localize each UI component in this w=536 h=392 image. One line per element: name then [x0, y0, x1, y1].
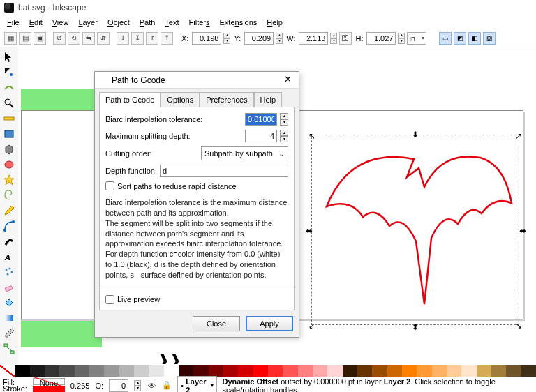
color-swatch[interactable] — [387, 365, 402, 377]
menu-help[interactable]: Help — [262, 17, 287, 28]
color-swatch[interactable] — [268, 365, 283, 377]
color-swatch[interactable] — [238, 365, 253, 377]
node-tool-icon[interactable] — [1, 66, 17, 80]
color-swatch[interactable] — [447, 365, 461, 377]
dialog-titlebar[interactable]: Path to Gcode ✕ — [95, 72, 299, 89]
scale-handle-icon[interactable]: ↙ — [308, 322, 316, 330]
color-swatch[interactable] — [506, 365, 521, 377]
menu-text[interactable]: Text — [161, 17, 183, 28]
lock-aspect-icon[interactable]: ⚿ — [339, 32, 352, 45]
tab-help[interactable]: Help — [254, 92, 283, 107]
calligraphy-tool-icon[interactable] — [1, 234, 17, 248]
affect-pattern-icon[interactable]: ▨ — [483, 32, 496, 45]
layer-selector[interactable]: • Layer 2 — [177, 376, 216, 393]
color-swatch[interactable] — [298, 365, 313, 377]
color-swatch[interactable] — [357, 365, 372, 377]
color-swatch[interactable] — [134, 365, 149, 377]
h-input[interactable] — [366, 32, 396, 45]
color-swatch[interactable] — [164, 365, 179, 377]
scale-handle-icon[interactable]: ⬍ — [411, 323, 419, 331]
color-swatch[interactable] — [283, 365, 297, 377]
color-swatch[interactable] — [343, 365, 357, 377]
y-input[interactable] — [244, 32, 274, 45]
tb-flip-v-icon[interactable]: ⇵ — [97, 32, 110, 45]
text-tool-icon[interactable]: A — [1, 250, 17, 264]
rect-tool-icon[interactable] — [1, 127, 17, 141]
color-swatch[interactable] — [372, 365, 387, 377]
menu-path[interactable]: Path — [135, 17, 160, 28]
tweak-tool-icon[interactable] — [1, 81, 17, 95]
w-spinner[interactable]: ▴▾ — [330, 33, 337, 44]
selector-tool-icon[interactable] — [1, 50, 17, 64]
eraser-tool-icon[interactable] — [1, 280, 17, 294]
tab-path-to-gcode[interactable]: Path to Gcode — [99, 92, 161, 107]
x-input[interactable] — [192, 32, 221, 45]
color-swatch[interactable] — [149, 365, 163, 377]
color-swatch[interactable] — [104, 365, 119, 377]
biarc-spinner[interactable]: ▴▾ — [280, 113, 288, 126]
color-swatch[interactable] — [327, 365, 342, 377]
opacity-input[interactable] — [109, 379, 128, 392]
tb-select-all-icon[interactable]: ▦ — [4, 32, 17, 45]
x-spinner[interactable]: ▴▾ — [223, 33, 230, 44]
apply-button[interactable]: Apply — [246, 316, 293, 331]
scale-handle-icon[interactable]: ↘ — [514, 322, 523, 330]
color-swatch[interactable] — [417, 365, 431, 377]
layer-lock-icon[interactable]: 🔓 — [162, 380, 172, 391]
color-swatch[interactable] — [59, 365, 74, 377]
bucket-tool-icon[interactable] — [1, 296, 17, 310]
close-icon[interactable]: ✕ — [281, 74, 295, 86]
splitting-depth-input[interactable] — [245, 130, 277, 142]
color-swatch[interactable] — [402, 365, 417, 377]
scale-handle-icon[interactable]: ⬍ — [411, 130, 419, 139]
star-tool-icon[interactable] — [1, 173, 17, 187]
color-swatch[interactable] — [477, 365, 491, 377]
scale-handle-icon[interactable]: ⬌ — [519, 227, 527, 235]
scale-handle-icon[interactable]: ↖ — [308, 132, 316, 140]
cutting-order-select[interactable]: Subpath by subpath — [201, 146, 288, 160]
bezier-tool-icon[interactable] — [1, 219, 17, 233]
color-swatch[interactable] — [223, 365, 238, 377]
scale-handle-icon[interactable]: ↗ — [514, 132, 523, 140]
fill-indicator[interactable]: None — [33, 378, 65, 385]
spray-tool-icon[interactable] — [1, 265, 17, 279]
menu-layer[interactable]: Layer — [74, 17, 102, 28]
depth-spinner[interactable]: ▴▾ — [280, 130, 288, 142]
color-swatch[interactable] — [253, 365, 268, 377]
tb-flip-h-icon[interactable]: ⇋ — [82, 32, 95, 45]
color-swatch[interactable] — [491, 365, 506, 377]
color-swatch[interactable] — [89, 365, 104, 377]
bat-path-object[interactable] — [320, 144, 515, 318]
connector-tool-icon[interactable] — [1, 342, 17, 356]
color-swatch[interactable] — [30, 365, 45, 377]
measure-tool-icon[interactable] — [1, 112, 17, 126]
swatch-none[interactable] — [0, 365, 15, 377]
h-spinner[interactable]: ▴▾ — [398, 33, 405, 44]
spiral-tool-icon[interactable] — [1, 188, 17, 202]
zoom-tool-icon[interactable] — [1, 96, 17, 110]
scale-handle-icon[interactable]: ⬌ — [305, 227, 313, 235]
color-swatch[interactable] — [521, 365, 535, 377]
tb-raise-icon[interactable]: ↥ — [146, 32, 158, 45]
color-swatch[interactable] — [15, 365, 29, 377]
color-swatch[interactable] — [461, 365, 476, 377]
gradient-tool-icon[interactable] — [1, 311, 17, 325]
tb-deselect-icon[interactable]: ▣ — [34, 32, 46, 45]
opacity-spinner[interactable]: ▴▾ — [134, 380, 141, 391]
affect-stroke-icon[interactable]: ▭ — [439, 32, 452, 45]
menu-object[interactable]: Object — [103, 17, 134, 28]
menu-file[interactable]: File — [3, 17, 24, 28]
color-swatch[interactable] — [119, 365, 134, 377]
sort-paths-checkbox[interactable] — [105, 181, 114, 190]
pencil-tool-icon[interactable] — [1, 204, 17, 218]
menu-extensions[interactable]: Extensions — [216, 17, 262, 28]
color-swatch[interactable] — [432, 365, 447, 377]
menu-view[interactable]: View — [48, 17, 73, 28]
y-spinner[interactable]: ▴▾ — [276, 33, 283, 44]
close-button[interactable]: Close — [193, 316, 240, 331]
unit-select[interactable]: in — [407, 32, 426, 45]
tab-preferences[interactable]: Preferences — [200, 92, 253, 107]
tb-rotate-ccw-icon[interactable]: ↺ — [53, 32, 66, 45]
affect-gradient-icon[interactable]: ◧ — [468, 32, 481, 45]
biarc-tolerance-input[interactable] — [245, 113, 277, 126]
